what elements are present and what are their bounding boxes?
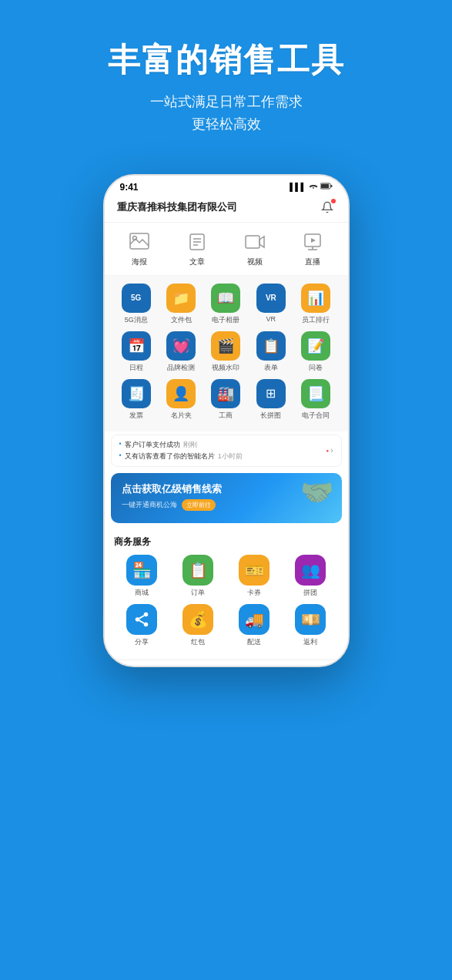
notif-text-2: 又有访客查看了你的智能名片 [125, 451, 215, 461]
svg-point-15 [136, 617, 140, 622]
biz-delivery-label: 配送 [247, 637, 261, 647]
app-files[interactable]: 📁 文件包 [161, 284, 201, 325]
app-album-label: 电子相册 [212, 315, 239, 325]
status-time: 9:41 [120, 182, 139, 193]
app-cardcase-label: 名片夹 [171, 411, 192, 421]
promo-banner[interactable]: 点击获取亿级销售线索 一键开通商机公海 立即前往 🤝 [111, 473, 342, 523]
biz-share-label: 分享 [135, 637, 149, 647]
app-watermark-label: 视频水印 [212, 363, 239, 373]
notif-item-1: • 客户订单支付成功 刚刚 [119, 440, 326, 450]
bell-button[interactable] [319, 199, 336, 216]
app-econtract-label: 电子合同 [302, 411, 330, 421]
business-section: 商务服务 🏪 商城 📋 订单 🎫 卡券 👥 [105, 529, 348, 659]
app-files-label: 文件包 [171, 315, 192, 325]
app-econtract[interactable]: 📃 电子合同 [296, 379, 336, 421]
svg-rect-2 [321, 184, 329, 188]
bottom-nav: 轨迹 沟通 [105, 659, 348, 666]
biz-shop-icon: 🏪 [126, 555, 157, 586]
svg-rect-9 [246, 236, 259, 248]
signal-icon: ▌▌▌ [290, 183, 306, 191]
app-rank-label: 员工排行 [302, 315, 330, 325]
svg-point-4 [133, 236, 137, 240]
app-survey-icon: 📝 [301, 331, 330, 361]
banner-sub-text: 一键开通商机公海 [122, 500, 177, 510]
app-schedule[interactable]: 📅 日程 [116, 331, 156, 373]
app-grid: 5G 5G消息 📁 文件包 📖 电子相册 VR [105, 276, 348, 431]
banner-decoration: 🤝 [300, 477, 334, 508]
app-cardcase-icon: 👤 [166, 379, 196, 408]
live-icon [299, 230, 326, 253]
app-grid-row-1: 5G 5G消息 📁 文件包 📖 电子相册 VR [114, 284, 339, 325]
app-5g-label: 5G消息 [125, 315, 148, 325]
svg-rect-1 [330, 185, 332, 187]
notification-bar[interactable]: • 客户订单支付成功 刚刚 • 又有访客查看了你的智能名片 1小时前 ● › [111, 435, 342, 467]
notif-more[interactable]: ● › [326, 446, 333, 455]
business-grid-row-1: 🏪 商城 📋 订单 🎫 卡券 👥 拼团 [114, 555, 339, 598]
notification-dot [331, 199, 336, 203]
biz-order[interactable]: 📋 订单 [182, 555, 213, 598]
app-5g-icon: 5G [122, 284, 151, 313]
biz-redpacket-label: 红包 [191, 637, 205, 647]
hero-section: 丰富的销售工具 一站式满足日常工作需求 更轻松高效 [92, 0, 360, 159]
quick-action-video[interactable]: 视频 [226, 230, 284, 267]
app-form[interactable]: 📋 表单 [251, 331, 291, 373]
nav-workbench[interactable]: 工作台 [217, 665, 236, 666]
app-files-icon: 📁 [166, 284, 196, 313]
app-invoice-icon: 🧾 [122, 379, 151, 408]
app-watermark[interactable]: 🎬 视频水印 [206, 331, 246, 373]
app-survey[interactable]: 📝 问卷 [296, 331, 336, 373]
phone-notch [188, 176, 265, 193]
biz-group[interactable]: 👥 拼团 [295, 555, 326, 598]
video-label: 视频 [247, 257, 263, 267]
biz-delivery[interactable]: 🚚 配送 [239, 604, 270, 647]
app-form-icon: 📋 [256, 331, 286, 361]
app-econtract-icon: 📃 [301, 379, 330, 408]
app-header: 重庆喜推科技集团有限公司 [105, 196, 348, 223]
nav-workbench-icon [219, 665, 234, 666]
notif-time-1: 刚刚 [183, 440, 197, 450]
quick-action-poster[interactable]: 海报 [111, 230, 169, 267]
app-grid-row-2: 📅 日程 💓 品牌检测 🎬 视频水印 📋 表单 [114, 331, 339, 373]
live-label: 直播 [305, 257, 320, 267]
app-biz[interactable]: 🏭 工商 [206, 379, 246, 421]
biz-share[interactable]: 分享 [126, 604, 157, 647]
app-longpic[interactable]: ⊞ 长拼图 [251, 379, 291, 421]
app-album[interactable]: 📖 电子相册 [206, 284, 246, 325]
biz-redpacket-icon: 💰 [182, 604, 213, 635]
app-watermark-icon: 🎬 [211, 331, 240, 361]
app-invoice[interactable]: 🧾 发票 [116, 379, 156, 421]
app-vr-label: VR [266, 315, 276, 323]
app-cardcase[interactable]: 👤 名片夹 [161, 379, 201, 421]
biz-order-icon: 📋 [182, 555, 213, 586]
article-label: 文章 [189, 257, 205, 267]
biz-rebate[interactable]: 💴 返利 [295, 604, 326, 647]
notif-item-2: • 又有访客查看了你的智能名片 1小时前 [119, 451, 326, 461]
biz-delivery-icon: 🚚 [239, 604, 270, 635]
hero-title: 丰富的销售工具 [108, 39, 345, 82]
app-album-icon: 📖 [211, 284, 240, 313]
app-longpic-label: 长拼图 [260, 411, 281, 421]
svg-line-17 [139, 620, 144, 623]
app-5g[interactable]: 5G 5G消息 [116, 284, 156, 325]
app-brand[interactable]: 💓 品牌检测 [161, 331, 201, 373]
app-vr-icon: VR [256, 284, 286, 313]
app-vr[interactable]: VR VR [251, 284, 291, 325]
app-form-label: 表单 [264, 363, 278, 373]
svg-point-16 [144, 622, 149, 626]
app-invoice-label: 发票 [129, 411, 143, 421]
subtitle-line1: 一站式满足日常工作需求 [150, 94, 303, 109]
business-section-title: 商务服务 [114, 535, 339, 549]
app-rank[interactable]: 📊 员工排行 [296, 284, 336, 325]
wifi-icon [309, 183, 318, 192]
biz-rebate-icon: 💴 [295, 604, 326, 635]
biz-group-label: 拼团 [303, 588, 317, 598]
notification-items: • 客户订单支付成功 刚刚 • 又有访客查看了你的智能名片 1小时前 [119, 440, 326, 461]
app-grid-row-3: 🧾 发票 👤 名片夹 🏭 工商 ⊞ 长 [114, 379, 339, 421]
biz-coupon[interactable]: 🎫 卡券 [239, 555, 270, 598]
quick-action-article[interactable]: 文章 [169, 230, 226, 267]
video-icon [241, 230, 269, 253]
biz-shop[interactable]: 🏪 商城 [126, 555, 157, 598]
biz-redpacket[interactable]: 💰 红包 [182, 604, 213, 647]
banner-button[interactable]: 立即前往 [182, 499, 216, 511]
quick-action-live[interactable]: 直播 [284, 230, 342, 267]
